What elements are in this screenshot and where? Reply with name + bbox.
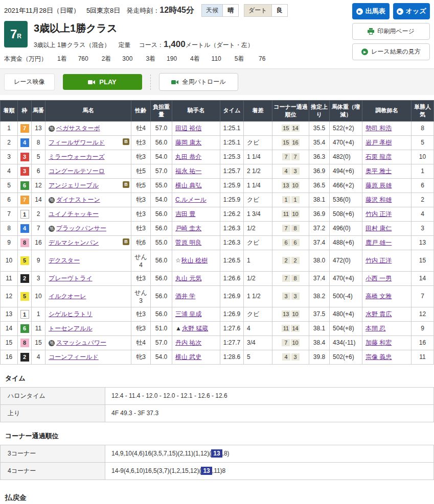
- corner3-position: 6: [282, 239, 290, 246]
- race-video-bar: レース映像 PLAY 全周パトロール: [0, 68, 434, 95]
- lap-time-table: ハロンタイム 12.4 - 11.4 - 12.0 - 12.0 - 12.1 …: [0, 387, 434, 422]
- horse-link[interactable]: ベガサスターボ: [56, 125, 100, 132]
- trainer-link[interactable]: 加藤 和宏: [366, 339, 392, 346]
- table-row: 4コーナー 14-9(4,6,10)16,5(3,7)(1,2,15,12)(1…: [1, 462, 434, 479]
- win-popularity: 1: [412, 164, 434, 178]
- start-time: 発走時刻：12時45分: [126, 5, 194, 16]
- patrol-button-label: 全周パトロール: [182, 78, 226, 86]
- weather-label: 天候: [202, 5, 222, 16]
- horse-link[interactable]: コングールテソーロ: [49, 167, 105, 175]
- horse-link[interactable]: フィールザワールド: [49, 139, 105, 146]
- column-header: コーナー通過順位: [272, 101, 309, 122]
- trainer-link[interactable]: 鹿戸 雄一: [366, 239, 392, 246]
- horse-link[interactable]: シゲルヒラトリ: [49, 310, 93, 318]
- finish-time: 1:25.1: [220, 121, 244, 135]
- horse-link[interactable]: イルクオーレ: [49, 293, 86, 300]
- frame-cell: 7: [18, 193, 32, 207]
- horse-link[interactable]: スマッシュパワー: [56, 339, 106, 346]
- horse-link[interactable]: デクスター: [49, 257, 80, 264]
- horse-link[interactable]: デルマシャンパン: [49, 239, 99, 246]
- trainer-link[interactable]: 高橋 文雅: [366, 293, 392, 300]
- sex-age: 牡3: [131, 221, 151, 235]
- video-camera-icon: [171, 80, 178, 85]
- sex-age: 牝6: [131, 235, 151, 250]
- entries-button[interactable]: ▶ 出馬表: [352, 3, 390, 19]
- carried-weight: 57.0: [151, 164, 172, 178]
- guide-button[interactable]: ▶ レース結果の見方: [352, 43, 430, 60]
- sex-age: 牡3: [131, 135, 151, 150]
- jockey-link[interactable]: 藤岡 康太: [175, 139, 201, 146]
- jockey-link[interactable]: 丸山 元気: [175, 275, 201, 282]
- horse-link[interactable]: ブレーヴトライ: [49, 275, 93, 282]
- jockey-link[interactable]: 横山 典弘: [175, 182, 201, 189]
- corner-positions: 22: [272, 250, 309, 271]
- horse-link[interactable]: コーンフィールド: [49, 353, 99, 361]
- jockey-link[interactable]: 三浦 皇成: [175, 310, 201, 318]
- trainer-cell: 高橋 文雅: [362, 285, 412, 307]
- odds-button[interactable]: ▶ オッズ: [393, 3, 430, 19]
- trainer-link[interactable]: 石栗 龍彦: [366, 153, 392, 160]
- corner4-position: 7: [291, 153, 300, 160]
- jockey-link[interactable]: 福永 祐一: [175, 167, 201, 175]
- frame-badge: 3: [20, 153, 29, 161]
- trainer-link[interactable]: 田村 康仁: [366, 225, 392, 232]
- print-button[interactable]: 印刷用ページ: [352, 23, 430, 40]
- trainer-link[interactable]: 勢司 和浩: [366, 125, 392, 132]
- play-button[interactable]: PLAY: [63, 74, 142, 90]
- corner-positions: 78: [272, 221, 309, 235]
- frame-cell: 1: [18, 207, 32, 221]
- trainer-link[interactable]: 本間 忍: [366, 325, 385, 332]
- horse-link[interactable]: アンジェリーブル: [49, 182, 99, 189]
- horse-link[interactable]: ユイノチャッキー: [49, 210, 99, 218]
- finish-position: 2: [1, 135, 18, 150]
- horse-link[interactable]: ブラックパンサー: [56, 225, 106, 232]
- trainer-link[interactable]: 小西 一男: [366, 275, 392, 282]
- finish-position: 13: [1, 307, 18, 321]
- jockey-link[interactable]: 戸崎 圭太: [175, 225, 201, 232]
- winner-highlight: 13: [211, 449, 222, 458]
- furlong-time-value: 12.4 - 11.4 - 12.0 - 12.0 - 12.1 - 12.6 …: [105, 387, 434, 404]
- trainer-link[interactable]: 奥平 雅士: [366, 167, 392, 175]
- section-heading-corners: コーナー通過順位: [5, 431, 434, 441]
- local-horse-icon: 地: [49, 197, 55, 203]
- carried-weight: 56.0: [151, 135, 172, 150]
- horse-name-cell: ミラーウォーカーズ: [45, 150, 131, 164]
- jockey-link[interactable]: 酒井 学: [175, 293, 195, 300]
- horse-link[interactable]: ダイナストーン: [56, 196, 100, 203]
- horse-number: 4: [32, 350, 45, 364]
- column-header: 単勝人気: [412, 101, 434, 122]
- last-3f: 38.4: [309, 335, 330, 350]
- finish-position: 7: [1, 207, 18, 221]
- jockey-link[interactable]: 丸田 恭介: [175, 153, 201, 160]
- trainer-link[interactable]: 藤原 辰雄: [366, 182, 392, 189]
- column-header: 調教師名: [362, 101, 412, 122]
- sex-age: 牝3: [131, 350, 151, 364]
- jockey-cell: 横山 武史: [172, 350, 220, 364]
- horse-link[interactable]: ミラーウォーカーズ: [49, 153, 105, 160]
- jockey-link[interactable]: C.ルメール: [175, 196, 207, 203]
- horse-link[interactable]: トーセンアルル: [49, 325, 93, 332]
- trainer-link[interactable]: 水野 貴広: [366, 310, 392, 318]
- jockey-link[interactable]: 菅原 明良: [175, 239, 201, 246]
- blinker-icon: B: [123, 238, 129, 245]
- jockey-link[interactable]: 横山 武史: [175, 353, 201, 361]
- horse-weight: 494(+6): [330, 164, 362, 178]
- frame-cell: 6: [18, 178, 32, 193]
- trainer-link[interactable]: 竹内 正洋: [366, 257, 392, 264]
- jockey-link[interactable]: 秋山 稔樹: [181, 257, 208, 264]
- trainer-link[interactable]: 竹内 正洋: [366, 210, 392, 218]
- blinker-icon: B: [123, 138, 129, 145]
- jockey-link[interactable]: 吉田 豊: [175, 210, 195, 218]
- horse-number: 2: [32, 207, 45, 221]
- margin: 5: [244, 350, 272, 364]
- patrol-video-button[interactable]: 全周パトロール: [159, 73, 238, 91]
- jockey-link[interactable]: 丹内 祐次: [175, 339, 201, 346]
- frame-cell: 2: [18, 271, 32, 285]
- jockey-link[interactable]: 田辺 裕信: [175, 125, 201, 132]
- corner3-position: 3: [282, 293, 290, 300]
- play-button-label: PLAY: [99, 78, 116, 86]
- trainer-link[interactable]: 岩戸 孝樹: [366, 139, 392, 146]
- jockey-link[interactable]: 永野 猛蔵: [182, 325, 208, 332]
- trainer-link[interactable]: 宗像 義忠: [366, 353, 392, 361]
- trainer-link[interactable]: 藤沢 和雄: [366, 196, 392, 203]
